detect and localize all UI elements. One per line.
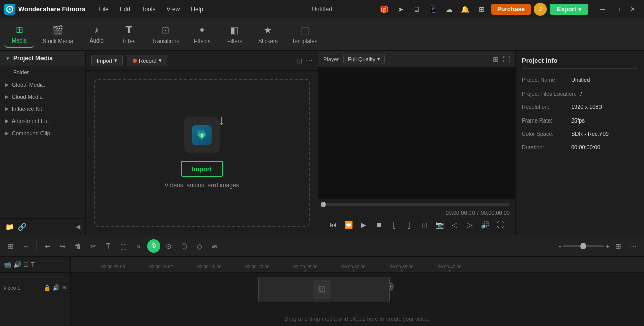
redo-icon[interactable]: ↪ — [56, 239, 69, 253]
text-icon[interactable]: T — [102, 239, 115, 253]
zoom-slider[interactable] — [563, 245, 604, 247]
more-tools-icon[interactable]: » — [132, 239, 145, 253]
filter-icon[interactable]: ⊟ — [296, 57, 303, 65]
snapshot-icon[interactable]: 📷 — [434, 219, 446, 231]
title-bar: Wondershare Filmora File Edit Tools View… — [0, 0, 644, 18]
track-lock-icon[interactable]: 🔒 — [44, 284, 51, 291]
add-item-icon[interactable]: 🔗 — [18, 223, 26, 231]
mark-in-icon[interactable]: [ — [388, 219, 400, 231]
add-video-track-icon[interactable]: 📹 — [3, 261, 11, 268]
timeline-content: 00:00:05:00 00:00:10:00 00:00:15:00 00:0… — [71, 257, 644, 326]
export-button[interactable]: Export ▾ — [550, 4, 588, 15]
mark-out-icon[interactable]: ] — [403, 219, 415, 231]
record-dropdown-button[interactable]: Record ▾ — [127, 55, 167, 66]
track-mute-icon[interactable]: 🔊 — [53, 284, 60, 291]
menu-edit[interactable]: Edit — [115, 4, 136, 15]
media-drop-zone[interactable]: ↓ Import Videos, audios, and images — [94, 79, 310, 227]
import-center-button[interactable]: Import — [181, 161, 223, 177]
audio-icon[interactable]: 🔊 — [479, 219, 491, 231]
gift-icon[interactable]: 🎁 — [378, 3, 391, 16]
chevron-down-icon: ▾ — [114, 57, 117, 64]
toolbar: ⊞ Media 🎬 Stock Media ♪ Audio T Titles ⊡… — [0, 18, 644, 51]
scene-detect-icon[interactable]: ⊞ — [4, 239, 17, 253]
info-row-framerate: Frame Rate: 25fps — [522, 116, 638, 125]
progress-thumb — [321, 202, 326, 207]
bell-icon[interactable]: 🔔 — [459, 3, 472, 16]
placeholder-thumb-icon: 🖼 — [313, 280, 331, 299]
menu-help[interactable]: Help — [186, 4, 208, 15]
minimize-button[interactable]: ─ — [595, 2, 610, 16]
tool-filters[interactable]: ◧ Filters — [220, 22, 250, 47]
ripple-icon[interactable]: ⊙ — [162, 239, 176, 253]
add-pip-icon[interactable]: ⊡ — [23, 261, 29, 268]
tool-titles[interactable]: T Titles — [114, 21, 144, 47]
player-toolbar: Player Full Quality ▾ ⊞ ⛶ — [318, 51, 515, 68]
maximize-button[interactable]: □ — [611, 2, 625, 16]
add-to-timeline-icon[interactable]: ⊡ — [418, 219, 431, 231]
tool-audio[interactable]: ♪ Audio — [81, 22, 112, 47]
add-text-track-icon[interactable]: T — [31, 261, 35, 268]
cloud-media-item[interactable]: ▶ Cloud Media — [0, 91, 85, 103]
grid-view-icon[interactable]: ⊞ — [493, 55, 499, 63]
ripple-edit-icon[interactable]: ↔ — [19, 239, 32, 253]
tool-stickers[interactable]: ★ Stickers — [252, 22, 284, 47]
mobile-icon[interactable]: 📱 — [426, 3, 440, 16]
close-button[interactable]: ✕ — [626, 2, 640, 16]
main-area: ▼ Project Media Folder ▶ Global Media ▶ … — [0, 51, 644, 235]
marker-icon[interactable]: ⬡ — [178, 239, 191, 253]
stop-icon[interactable]: ⏹ — [373, 219, 385, 231]
fullscreen-icon[interactable]: ⛶ — [503, 55, 510, 63]
skip-back-icon[interactable]: ⏮ — [327, 219, 339, 231]
folder-item[interactable]: Folder — [0, 66, 85, 78]
next-frame-icon[interactable]: ▷ — [464, 219, 476, 231]
tool-templates[interactable]: ⬚ Templates — [286, 22, 323, 47]
zoom-out-icon[interactable]: - — [559, 242, 561, 250]
purchase-button[interactable]: Purchase — [491, 4, 531, 15]
tool-stock-media[interactable]: 🎬 Stock Media — [36, 22, 79, 47]
play-icon[interactable]: ▶ — [358, 219, 370, 231]
tool-transitions[interactable]: ⊡ Transitions — [146, 22, 185, 47]
undo-icon[interactable]: ↩ — [41, 239, 54, 253]
add-audio-track-icon[interactable]: 🔊 — [13, 261, 21, 268]
tool-effects[interactable]: ✦ Effects — [187, 22, 218, 47]
delete-icon[interactable]: 🗑 — [71, 239, 84, 253]
settings-icon[interactable]: ⋯ — [627, 239, 640, 253]
quality-select[interactable]: Full Quality ▾ — [343, 54, 385, 64]
prev-frame-icon[interactable]: ◁ — [449, 219, 461, 231]
progress-bar[interactable] — [323, 203, 510, 206]
apps-icon[interactable]: ⊞ — [475, 3, 488, 16]
adjustment-layer-item[interactable]: ▶ Adjustment La... — [0, 115, 85, 127]
menu-view[interactable]: View — [161, 4, 185, 15]
arrow-icon[interactable]: ➤ — [394, 3, 407, 16]
crop-icon[interactable]: ⬚ — [117, 239, 130, 253]
tool-media[interactable]: ⊞ Media — [4, 21, 34, 48]
player-label: Player — [323, 56, 339, 62]
user-avatar[interactable]: J — [534, 3, 547, 16]
ruler-mark: 00:00:35:00 — [390, 264, 414, 272]
keyframe-icon[interactable]: ◇ — [193, 239, 206, 253]
import-dropdown-button[interactable]: Import ▾ — [91, 55, 123, 66]
collapse-panel-icon[interactable]: ◀ — [76, 223, 80, 230]
influence-kit-item[interactable]: ▶ Influence Kit — [0, 103, 85, 115]
screen-icon[interactable]: 🖥 — [410, 3, 423, 16]
fullscreen-player-icon[interactable]: ⛶ — [494, 219, 506, 231]
layout-icon[interactable]: ⊞ — [612, 239, 625, 253]
add-folder-icon[interactable]: 📁 — [5, 223, 14, 231]
menu-file[interactable]: File — [94, 4, 113, 15]
track-eye-icon[interactable]: 👁 — [62, 284, 67, 291]
panel-header: ▼ Project Media — [0, 51, 85, 66]
window-controls: ─ □ ✕ — [595, 2, 640, 16]
app-logo: Wondershare Filmora — [4, 4, 85, 15]
zoom-in-icon[interactable]: + — [606, 242, 610, 250]
global-media-item[interactable]: ▶ Global Media — [0, 78, 85, 91]
step-back-icon[interactable]: ⏪ — [342, 219, 355, 231]
right-panel: Project Info Project Name: Untitled Proj… — [515, 51, 644, 235]
project-info-title: Project Info — [522, 57, 638, 69]
snap-button[interactable]: ⦿ — [147, 239, 160, 253]
menu-tools[interactable]: Tools — [136, 4, 160, 15]
more-options-icon[interactable]: ⋯ — [306, 57, 313, 65]
cut-icon[interactable]: ✂ — [87, 239, 100, 253]
cloud-icon[interactable]: ☁ — [443, 3, 456, 16]
audio-wave-icon[interactable]: ≋ — [208, 239, 221, 253]
compound-clip-item[interactable]: ▶ Compound Clip... — [0, 127, 85, 139]
